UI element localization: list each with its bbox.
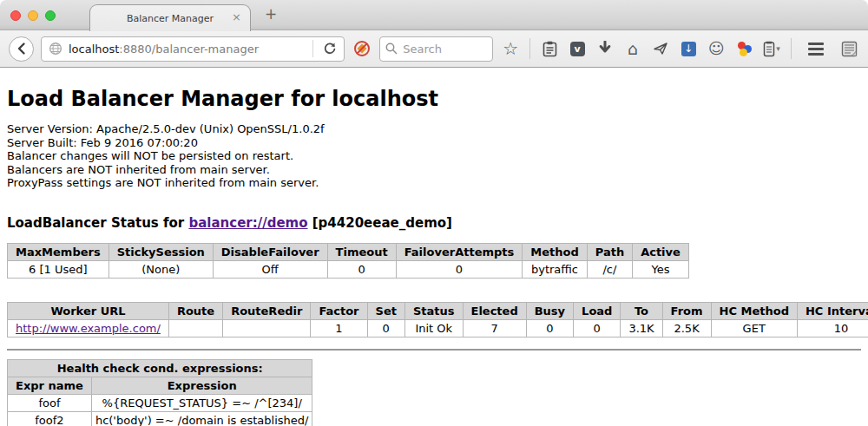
col-status: Status bbox=[404, 302, 463, 319]
col-active: Active bbox=[633, 243, 689, 260]
status-heading-suffix: [p4420eeae_demo] bbox=[308, 215, 452, 231]
notes-button[interactable]: ▾ bbox=[761, 36, 782, 61]
table-header-row: Worker URL Route RouteRedir Factor Set S… bbox=[8, 302, 868, 319]
tab-close-icon[interactable]: × bbox=[232, 10, 241, 23]
worker-status-table: Worker URL Route RouteRedir Factor Set S… bbox=[7, 302, 868, 338]
worker-url-link[interactable]: http://www.example.com/ bbox=[16, 322, 161, 335]
url-bar[interactable]: localhost:8880/balancer-manager bbox=[41, 36, 345, 62]
cell-load: 0 bbox=[574, 319, 621, 337]
colored-dots-icon bbox=[736, 41, 752, 56]
search-icon bbox=[385, 42, 398, 56]
cell-method: bytraffic bbox=[523, 260, 587, 278]
bookmark-star-button[interactable]: ☆ bbox=[500, 36, 521, 61]
cell-busy: 0 bbox=[526, 319, 573, 337]
toolbar-divider bbox=[529, 38, 530, 59]
minimize-window-button[interactable] bbox=[28, 10, 38, 21]
table-header-row: MaxMembers StickySession DisableFailover… bbox=[8, 243, 689, 260]
health-check-expressions-table: Health check cond. expressions: Expr nam… bbox=[7, 359, 312, 426]
home-icon: ⌂ bbox=[628, 41, 638, 57]
cell-route bbox=[168, 319, 222, 337]
chat-button[interactable]: ☺ bbox=[706, 36, 727, 61]
cell-routeredir bbox=[223, 319, 311, 337]
zoom-window-button[interactable] bbox=[45, 10, 56, 21]
reading-list-button[interactable] bbox=[539, 36, 560, 61]
send-tab-button[interactable] bbox=[650, 36, 671, 61]
cell-stickysession: (None) bbox=[108, 260, 213, 278]
adblock-disabled-button[interactable] bbox=[352, 36, 372, 61]
menu-button[interactable] bbox=[806, 36, 826, 61]
balancer-demo-link[interactable]: balancer://demo bbox=[188, 215, 307, 231]
paper-plane-icon bbox=[653, 41, 668, 56]
back-button[interactable] bbox=[9, 36, 34, 62]
reading-list-icon bbox=[542, 41, 557, 57]
col-maxmembers: MaxMembers bbox=[8, 243, 109, 260]
tab-balancer-manager[interactable]: Balancer Manager × bbox=[89, 4, 251, 31]
cell-to: 3.1K bbox=[621, 319, 662, 337]
server-built-line: Server Built: Feb 9 2016 07:00:20 bbox=[7, 136, 861, 150]
inherit-note-line: Balancers are NOT inherited from main se… bbox=[7, 163, 861, 177]
adblock-disabled-icon bbox=[353, 40, 371, 57]
url-text[interactable]: localhost:8880/balancer-manager bbox=[69, 43, 306, 56]
cell-status: Init Ok bbox=[404, 319, 463, 337]
col-timeout: Timeout bbox=[327, 243, 396, 260]
col-expression: Expression bbox=[91, 377, 312, 394]
new-tab-button[interactable]: + bbox=[260, 5, 281, 23]
col-path: Path bbox=[587, 243, 632, 260]
loadbalancer-status-heading: LoadBalancer Status for balancer://demo … bbox=[7, 215, 861, 231]
back-arrow-icon bbox=[15, 42, 29, 56]
cell-maxmembers: 6 [1 Used] bbox=[8, 260, 109, 278]
page-content: Load Balancer Manager for localhost Serv… bbox=[0, 68, 868, 426]
status-heading-prefix: LoadBalancer Status for bbox=[7, 215, 188, 231]
proxypass-note-line: ProxyPass settings are NOT inherited fro… bbox=[7, 176, 861, 190]
video-download-button[interactable]: ↓ bbox=[678, 36, 699, 61]
pocket-icon: v bbox=[570, 42, 585, 56]
col-disablefailover: DisableFailover bbox=[213, 243, 327, 260]
table-title-row: Health check cond. expressions: bbox=[8, 359, 312, 377]
section-divider bbox=[7, 349, 861, 351]
hamburger-menu-icon bbox=[808, 43, 824, 56]
cell-hc-interval: 10 bbox=[797, 319, 868, 337]
persist-note-line: Balancer changes will NOT be persisted o… bbox=[7, 149, 861, 163]
home-button[interactable]: ⌂ bbox=[622, 36, 643, 61]
server-info: Server Version: Apache/2.5.0-dev (Unix) … bbox=[7, 122, 861, 190]
download-arrow-icon bbox=[598, 41, 612, 56]
tab-bar: Balancer Manager × + bbox=[0, 0, 868, 30]
table-row: foof2 hc('body') =~ /domain is establish… bbox=[8, 411, 312, 426]
navigation-toolbar: localhost:8880/balancer-manager bbox=[0, 30, 868, 68]
cell-hc-method: GET bbox=[711, 319, 797, 337]
notes-icon bbox=[763, 41, 775, 57]
page-title: Load Balancer Manager for localhost bbox=[7, 87, 861, 111]
close-window-button[interactable] bbox=[10, 10, 21, 21]
site-identity-globe-icon bbox=[49, 42, 62, 56]
cell-path: /c/ bbox=[587, 260, 632, 278]
table-row: 6 [1 Used] (None) Off 0 0 bytraffic /c/ … bbox=[8, 260, 689, 278]
url-host: localhost bbox=[69, 43, 119, 56]
tab-title: Balancer Manager bbox=[127, 13, 214, 24]
colored-dots-button[interactable] bbox=[733, 36, 754, 61]
cell-expr-name: foof2 bbox=[8, 411, 92, 426]
video-download-icon: ↓ bbox=[681, 42, 696, 56]
col-method: Method bbox=[523, 243, 587, 260]
pocket-button[interactable]: v bbox=[567, 36, 588, 61]
cell-worker-url: http://www.example.com/ bbox=[8, 319, 169, 337]
col-worker-url: Worker URL bbox=[8, 302, 169, 319]
col-expr-name: Expr name bbox=[8, 377, 92, 394]
reload-button[interactable] bbox=[319, 36, 340, 61]
smiley-icon: ☺ bbox=[708, 41, 725, 56]
browser-window: Balancer Manager × + localhost:8880/bala… bbox=[0, 0, 868, 426]
cell-failoverattempts: 0 bbox=[396, 260, 523, 278]
balancer-settings-table: MaxMembers StickySession DisableFailover… bbox=[7, 243, 689, 279]
col-busy: Busy bbox=[526, 302, 573, 319]
col-to: To bbox=[621, 302, 662, 319]
col-factor: Factor bbox=[311, 302, 367, 319]
search-field[interactable] bbox=[379, 36, 493, 62]
window-controls bbox=[10, 10, 56, 21]
url-path: :8880/balancer-manager bbox=[119, 43, 259, 56]
col-hc-interval: HC Interval bbox=[797, 302, 868, 319]
downloads-button[interactable] bbox=[595, 36, 615, 61]
toolbar-divider bbox=[791, 38, 792, 59]
col-route: Route bbox=[168, 302, 222, 319]
panel-grid-button[interactable] bbox=[838, 36, 859, 61]
col-routeredir: RouteRedir bbox=[223, 302, 311, 319]
col-failoverattempts: FailoverAttempts bbox=[396, 243, 523, 260]
